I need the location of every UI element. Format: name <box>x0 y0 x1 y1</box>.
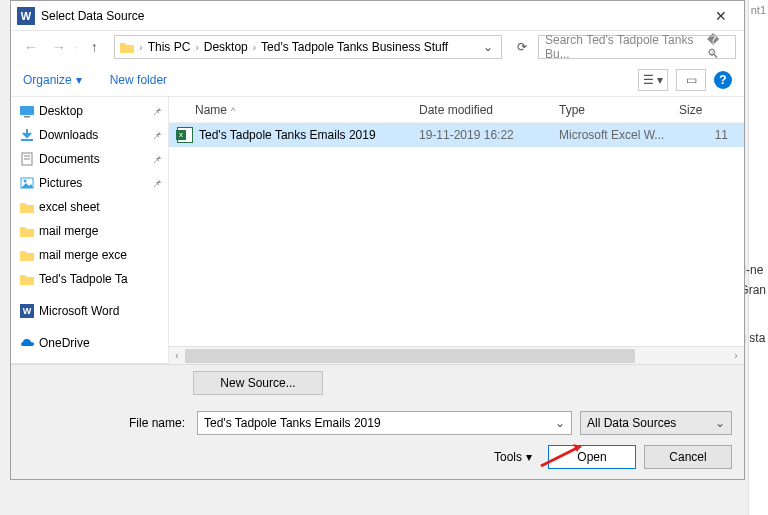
address-bar[interactable]: › This PC › Desktop › Ted's Tadpole Tank… <box>114 35 502 59</box>
scroll-left-icon[interactable]: ‹ <box>169 350 185 361</box>
pictures-icon <box>19 176 35 190</box>
chevron-down-icon[interactable]: ⌄ <box>479 40 497 54</box>
pin-icon: 📌︎ <box>152 154 162 165</box>
filename-label: File name: <box>23 416 189 430</box>
dialog-title: Select Data Source <box>41 9 698 23</box>
file-date: 19-11-2019 16:22 <box>419 128 559 142</box>
cancel-button[interactable]: Cancel <box>644 445 732 469</box>
search-input[interactable]: Search Ted's Tadpole Tanks Bu... �🔍︎ <box>538 35 736 59</box>
sidebar-item-folder[interactable]: Ted's Tadpole Ta <box>11 267 168 291</box>
file-row[interactable]: Ted's Tadpole Tanks Emails 2019 19-11-20… <box>169 123 744 147</box>
column-name[interactable]: Name^ <box>169 103 419 117</box>
dialog-body: Desktop 📌︎ Downloads 📌︎ Documents 📌︎ Pic… <box>11 97 744 364</box>
pin-icon: 📌︎ <box>152 106 162 117</box>
open-button[interactable]: Open <box>548 445 636 469</box>
documents-icon <box>19 152 35 166</box>
file-list: Ted's Tadpole Tanks Emails 2019 19-11-20… <box>169 123 744 346</box>
folder-icon <box>119 40 135 54</box>
svg-rect-2 <box>21 139 33 141</box>
view-mode-button[interactable]: ☰ ▾ <box>638 69 668 91</box>
chevron-right-icon: › <box>193 42 200 53</box>
chevron-right-icon: › <box>251 42 258 53</box>
toolbar: Organize ▾ New folder ☰ ▾ ▭ ? <box>11 63 744 97</box>
folder-icon <box>19 200 35 214</box>
file-list-area: Name^ Date modified Type Size Ted's Tadp… <box>169 97 744 364</box>
pin-icon: 📌︎ <box>152 178 162 189</box>
new-folder-button[interactable]: New folder <box>110 73 167 87</box>
dropdown-icon: ⌄ <box>715 416 725 430</box>
background-ribbon <box>748 0 768 515</box>
sidebar-item-documents[interactable]: Documents 📌︎ <box>11 147 168 171</box>
folder-icon <box>19 272 35 286</box>
forward-button: → <box>47 35 71 59</box>
search-placeholder: Search Ted's Tadpole Tanks Bu... <box>545 33 707 61</box>
sidebar-item-desktop[interactable]: Desktop 📌︎ <box>11 99 168 123</box>
organize-menu[interactable]: Organize ▾ <box>23 73 82 87</box>
breadcrumb-item[interactable]: Desktop <box>201 40 251 54</box>
onedrive-icon <box>19 336 35 350</box>
tools-menu[interactable]: Tools ▾ <box>494 450 532 464</box>
sidebar: Desktop 📌︎ Downloads 📌︎ Documents 📌︎ Pic… <box>11 97 169 364</box>
desktop-icon <box>19 104 35 118</box>
chevron-right-icon: › <box>137 42 144 53</box>
refresh-button[interactable]: ⟳ <box>510 35 534 59</box>
sidebar-item-folder[interactable]: excel sheet <box>11 195 168 219</box>
dropdown-icon[interactable]: ⌄ <box>555 416 565 430</box>
up-button[interactable]: ↑ <box>82 35 106 59</box>
sidebar-item-folder[interactable]: mail merge <box>11 219 168 243</box>
column-type[interactable]: Type <box>559 103 679 117</box>
column-size[interactable]: Size <box>679 103 744 117</box>
new-source-button[interactable]: New Source... <box>193 371 323 395</box>
filename-input[interactable]: Ted's Tadpole Tanks Emails 2019 ⌄ <box>197 411 572 435</box>
nav-row: ← → · ↑ › This PC › Desktop › Ted's Tadp… <box>11 31 744 63</box>
excel-icon <box>177 127 193 143</box>
search-icon: �🔍︎ <box>707 33 729 61</box>
caret-down-icon: ▾ <box>526 450 532 464</box>
file-size: 11 <box>679 128 744 142</box>
sidebar-item-pictures[interactable]: Pictures 📌︎ <box>11 171 168 195</box>
sidebar-item-word[interactable]: W Microsoft Word <box>11 299 168 323</box>
back-button[interactable]: ← <box>19 35 43 59</box>
sidebar-item-downloads[interactable]: Downloads 📌︎ <box>11 123 168 147</box>
scroll-right-icon[interactable]: › <box>728 350 744 361</box>
select-data-source-dialog: W Select Data Source ✕ ← → · ↑ › This PC… <box>10 0 745 480</box>
close-button[interactable]: ✕ <box>698 1 744 31</box>
column-headers: Name^ Date modified Type Size <box>169 97 744 123</box>
filetype-dropdown[interactable]: All Data Sources ⌄ <box>580 411 732 435</box>
word-icon: W <box>17 7 35 25</box>
horizontal-scrollbar[interactable]: ‹ › <box>169 346 744 364</box>
column-date[interactable]: Date modified <box>419 103 559 117</box>
sidebar-item-onedrive[interactable]: OneDrive <box>11 331 168 355</box>
caret-down-icon: ▾ <box>76 73 82 87</box>
preview-pane-button[interactable]: ▭ <box>676 69 706 91</box>
breadcrumb-item[interactable]: Ted's Tadpole Tanks Business Stuff <box>258 40 451 54</box>
file-name: Ted's Tadpole Tanks Emails 2019 <box>199 128 376 142</box>
scroll-thumb[interactable] <box>185 349 635 363</box>
downloads-icon <box>19 128 35 142</box>
pin-icon: 📌︎ <box>152 130 162 141</box>
svg-rect-1 <box>24 116 30 118</box>
title-bar: W Select Data Source ✕ <box>11 1 744 31</box>
background-doc-title: nt1 <box>751 4 766 16</box>
file-type: Microsoft Excel W... <box>559 128 679 142</box>
dialog-footer: New Source... File name: Ted's Tadpole T… <box>11 364 744 479</box>
svg-rect-0 <box>20 106 34 115</box>
folder-icon <box>19 248 35 262</box>
help-button[interactable]: ? <box>714 71 732 89</box>
sort-asc-icon: ^ <box>231 106 235 116</box>
breadcrumb-item[interactable]: This PC <box>145 40 194 54</box>
sidebar-item-thispc[interactable]: This PC <box>11 363 168 364</box>
sidebar-item-folder[interactable]: mail merge exce <box>11 243 168 267</box>
word-icon: W <box>19 304 35 318</box>
folder-icon <box>19 224 35 238</box>
svg-point-7 <box>24 180 27 183</box>
